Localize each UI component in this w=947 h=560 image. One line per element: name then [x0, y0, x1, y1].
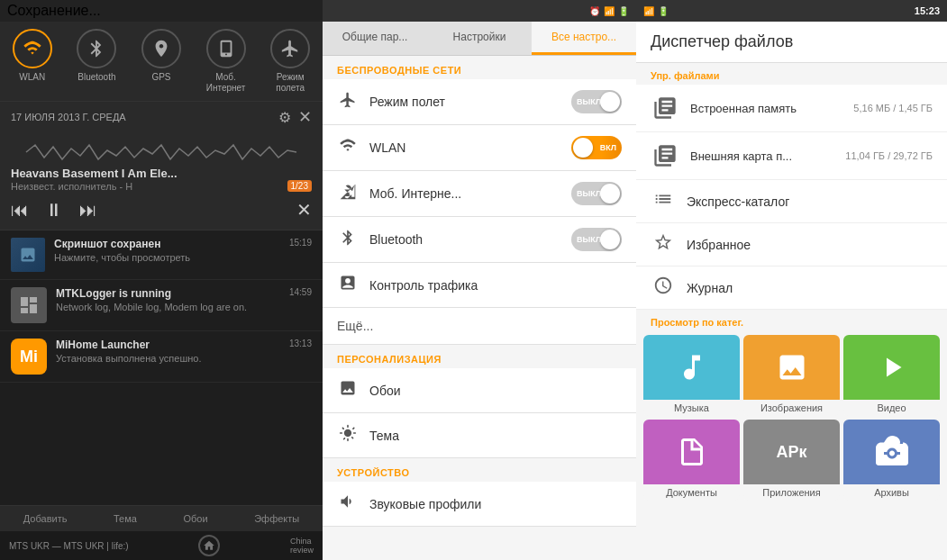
- sound-profiles-icon: [337, 492, 359, 515]
- mobile-internet-settings-label: Моб. Интерне...: [369, 186, 560, 201]
- mihome-notification[interactable]: Mi MiHome Launcher Установка выполнена у…: [0, 331, 323, 383]
- wallpaper-button[interactable]: Обои: [183, 513, 207, 524]
- flight-mode-row[interactable]: Режим полет ВЫКЛ: [323, 79, 636, 125]
- toggle-bluetooth[interactable]: Bluetooth: [77, 29, 116, 94]
- favorites-item[interactable]: Избранное: [636, 223, 947, 266]
- express-catalog-item[interactable]: Экспресс-каталог: [636, 180, 947, 223]
- categories-label: Просмотр по катег.: [636, 310, 947, 331]
- date-row: 17 ИЮЛЯ 2013 Г. СРЕДА ⚙ ✕: [0, 101, 323, 132]
- carrier-bar: MTS UKR — MTS UKR | life:) Chinareview: [0, 531, 323, 560]
- mihome-body: Установка выполнена успешно.: [56, 353, 280, 364]
- flight-mode-label: Режимполета: [276, 72, 305, 94]
- fm-time: 15:23: [915, 5, 940, 16]
- wallpaper-row[interactable]: Обои: [323, 368, 636, 413]
- fm-status-bar: 📶 🔋 15:23: [636, 0, 947, 22]
- mobile-internet-toggle[interactable]: ВЫКЛ: [571, 182, 622, 205]
- theme-row[interactable]: Тема: [323, 413, 636, 458]
- fm-signal-icon: 📶: [643, 6, 654, 16]
- date-text: 17 ИЮЛЯ 2013 Г. СРЕДА: [11, 112, 126, 122]
- archives-category-icon: [843, 420, 940, 484]
- battery-icon: 🔋: [618, 6, 629, 16]
- forward-button[interactable]: ⏭: [79, 200, 97, 221]
- toggle-flight-mode[interactable]: Режимполета: [270, 29, 310, 94]
- waveform: [11, 141, 312, 163]
- music-notification[interactable]: Heavans Basement I Am Ele... Неизвест. и…: [0, 132, 323, 230]
- bluetooth-settings-icon: [337, 229, 359, 251]
- pause-button[interactable]: ⏸: [45, 200, 63, 221]
- external-card-size: 11,04 ГБ / 29,72 ГБ: [845, 150, 933, 161]
- journal-item[interactable]: Журнал: [636, 266, 947, 310]
- mobile-internet-row[interactable]: Моб. Интерне... ВЫКЛ: [323, 171, 636, 217]
- settings-content: БЕСПРОВОДНЫЕ СЕТИ Режим полет ВЫКЛ WLAN …: [323, 56, 636, 560]
- tab-all-settings[interactable]: Все настро...: [532, 22, 636, 55]
- bluetooth-row[interactable]: Bluetooth ВЫКЛ: [323, 217, 636, 263]
- music-category-icon: [643, 335, 740, 400]
- screenshot-time: 15:19: [289, 238, 312, 248]
- wlan-settings-label: WLAN: [369, 140, 560, 155]
- flight-mode-label: Режим полет: [369, 95, 560, 109]
- add-button[interactable]: Добавить: [23, 513, 68, 524]
- music-title: Heavans Basement I Am Ele...: [11, 167, 178, 180]
- external-card-item[interactable]: Внешняя карта п... 11,04 ГБ / 29,72 ГБ: [636, 132, 947, 180]
- mobile-internet-settings-icon: [337, 183, 359, 205]
- settings-panel: ⏰ 📶 🔋 Общие пар... Настройки Все настро.…: [323, 0, 636, 560]
- music-category[interactable]: Музыка: [643, 335, 740, 416]
- notification-bottom-bar: Добавить Тема Обои Эффекты: [0, 505, 323, 531]
- video-category[interactable]: Видео: [843, 335, 940, 416]
- wlan-toggle[interactable]: ВКЛ: [571, 136, 622, 159]
- docs-category[interactable]: Документы: [643, 420, 740, 501]
- screenshot-notification[interactable]: Скриншот сохранен Нажмите, чтобы просмот…: [0, 230, 323, 280]
- settings-icon[interactable]: ⚙: [278, 109, 291, 126]
- rewind-button[interactable]: ⏮: [11, 200, 29, 221]
- tab-settings[interactable]: Настройки: [427, 22, 532, 55]
- gps-label: GPS: [151, 72, 170, 83]
- notification-shade: Сохранение... WLAN Bluetooth GPS Моб.Инт…: [0, 0, 323, 560]
- mihome-title: MiHome Launcher: [56, 339, 280, 351]
- bluetooth-icon: [77, 29, 116, 68]
- flight-mode-toggle[interactable]: ВЫКЛ: [571, 90, 622, 113]
- china-logo: Chinareview: [290, 537, 314, 555]
- bluetooth-settings-label: Bluetooth: [369, 232, 560, 247]
- apps-category-label: Приложения: [743, 484, 840, 501]
- internal-memory-label: Встроенная память: [690, 102, 842, 115]
- effects-button[interactable]: Эффекты: [254, 513, 299, 524]
- theme-button[interactable]: Тема: [114, 513, 137, 524]
- home-button[interactable]: [198, 535, 220, 556]
- external-card-label: Внешняя карта п...: [690, 149, 834, 163]
- docs-category-icon: [643, 420, 740, 484]
- internal-memory-icon: [651, 94, 679, 122]
- images-category[interactable]: Изображения: [743, 335, 840, 416]
- docs-category-label: Документы: [643, 484, 740, 501]
- traffic-control-row[interactable]: Контроль трафика: [323, 263, 636, 308]
- toggle-mobile-internet[interactable]: Моб.Интернет: [206, 29, 246, 94]
- flight-mode-knob: [600, 92, 620, 112]
- journal-icon: [651, 275, 676, 300]
- close-icon[interactable]: ✕: [298, 107, 312, 127]
- tab-general-params[interactable]: Общие пар...: [323, 22, 427, 55]
- external-card-icon: [651, 141, 679, 170]
- toggle-wlan[interactable]: WLAN: [13, 29, 52, 94]
- notifications-list: Heavans Basement I Am Ele... Неизвест. и…: [0, 132, 323, 505]
- settings-tabs: Общие пар... Настройки Все настро...: [323, 22, 636, 56]
- apps-category-icon: АРк: [743, 420, 840, 484]
- express-catalog-label: Экспресс-каталог: [687, 194, 789, 209]
- more-row[interactable]: Ещё...: [323, 308, 636, 345]
- toggle-gps[interactable]: GPS: [141, 29, 181, 94]
- track-badge: 1/23: [287, 180, 312, 192]
- sound-profiles-row[interactable]: Звуковые профили: [323, 482, 636, 527]
- wlan-row[interactable]: WLAN ВКЛ: [323, 125, 636, 171]
- wlan-label: WLAN: [19, 72, 45, 83]
- apps-category[interactable]: АРк Приложения: [743, 420, 840, 501]
- internal-memory-item[interactable]: Встроенная память 5,16 МБ / 1,45 ГБ: [636, 85, 947, 132]
- screenshot-thumbnail: [11, 238, 45, 272]
- music-close-button[interactable]: ✕: [296, 199, 312, 221]
- gps-icon: [141, 29, 181, 68]
- mtklogger-notification[interactable]: MTKLogger is running Network log, Mobile…: [0, 280, 323, 331]
- mobile-internet-knob: [600, 184, 620, 203]
- favorites-icon: [651, 232, 676, 257]
- archives-category[interactable]: Архивы: [843, 420, 940, 501]
- mihome-time: 13:13: [289, 339, 312, 348]
- file-manager-panel: 📶 🔋 15:23 Диспетчер файлов Упр. файлами …: [636, 0, 947, 560]
- bluetooth-toggle[interactable]: ВЫКЛ: [571, 228, 622, 251]
- device-section-header: УСТРОЙСТВО: [323, 458, 636, 482]
